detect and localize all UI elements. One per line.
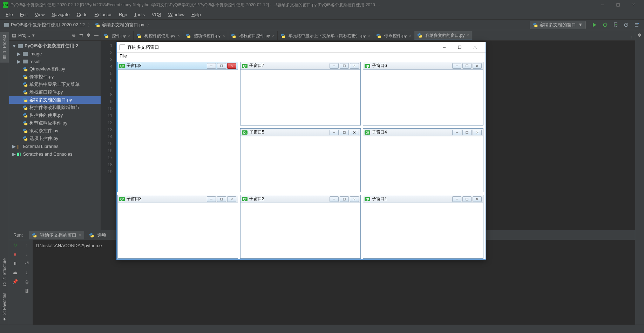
gear-icon[interactable]: ✻ [637, 32, 643, 38]
menu-view[interactable]: View [31, 11, 48, 18]
close-button[interactable] [473, 63, 482, 69]
maximize-button[interactable] [462, 130, 472, 135]
minimize-button[interactable] [207, 196, 216, 202]
close-button[interactable] [350, 130, 359, 135]
sub-window-titlebar[interactable]: Qt子窗口3 [118, 195, 238, 203]
sub-window-body[interactable] [240, 70, 360, 125]
tree-external-libraries[interactable]: ▶||| External Libraries [9, 142, 101, 150]
tree-file[interactable]: 树节点响应事件.py [9, 119, 101, 127]
sub-window-titlebar[interactable]: Qt子窗口8 [118, 62, 238, 70]
menu-refactor[interactable]: Refactor [91, 11, 115, 18]
favorites-tool-tab[interactable]: ★2: Favorites [0, 290, 9, 325]
maximize-button[interactable] [217, 63, 226, 69]
maximize-button[interactable] [340, 196, 349, 202]
down-icon[interactable]: ↓ [24, 251, 30, 257]
run-tab[interactable]: 容纳多文档的窗口 × [29, 231, 84, 239]
mdi-sub-window[interactable]: Qt子窗口3 [117, 195, 238, 259]
mdi-sub-window[interactable]: Qt子窗口4 [363, 128, 483, 192]
profile-button[interactable] [622, 21, 630, 29]
menu-help[interactable]: Help [188, 11, 204, 18]
close-button[interactable] [626, 0, 641, 10]
gear-icon[interactable]: ✻ [87, 33, 90, 38]
close-button[interactable] [467, 42, 483, 53]
tree-file[interactable]: 容纳多文档的窗口.py [9, 96, 101, 104]
close-icon[interactable]: × [467, 33, 469, 38]
sub-window-body[interactable] [240, 136, 360, 192]
mdi-sub-window[interactable]: Qt子窗口2 [240, 195, 361, 259]
scroll-end-icon[interactable]: ⤓ [24, 270, 30, 275]
minimize-button[interactable] [330, 130, 339, 135]
tabs-dropdown-icon[interactable]: ⁝ [627, 35, 635, 40]
run-tab[interactable]: 选项 [86, 231, 109, 239]
breadcrumb-file[interactable]: 容纳多文档的窗口.py [93, 22, 146, 28]
editor-tab[interactable]: 树控件的使用.py× [134, 31, 183, 40]
pause-icon[interactable]: ⏸ [12, 260, 18, 266]
rerun-icon[interactable]: ↻ [12, 242, 18, 248]
minimize-button[interactable] [330, 63, 339, 69]
debug-button[interactable] [601, 21, 609, 29]
menu-navigate[interactable]: Navigate [48, 11, 73, 18]
qt-menu-file[interactable]: File [120, 53, 127, 59]
editor-tab[interactable]: 单元格中显示上下文菜单（鼠标右击）.py× [278, 31, 373, 40]
hide-icon[interactable]: — [94, 33, 99, 38]
qt-mdi-window[interactable]: 容纳多文档窗口 File Qt子窗口8Qt子窗口7Qt子窗口6Qt子窗口5Qt子… [116, 42, 486, 260]
minimize-button[interactable] [436, 42, 452, 53]
menu-file[interactable]: File [2, 11, 16, 18]
minimize-button[interactable] [452, 130, 461, 135]
sub-window-body[interactable] [118, 70, 238, 192]
close-icon[interactable]: × [177, 33, 180, 38]
menu-code[interactable]: Code [73, 11, 91, 18]
mdi-sub-window[interactable]: Qt子窗口1 [363, 195, 483, 259]
maximize-button[interactable] [340, 130, 349, 135]
editor-tab[interactable]: 停靠控件.py× [373, 31, 414, 40]
minimize-button[interactable] [452, 196, 461, 202]
exit-icon[interactable]: ⏏ [12, 270, 18, 275]
maximize-button[interactable] [217, 196, 226, 202]
close-icon[interactable]: × [409, 33, 411, 38]
tree-file[interactable]: 滚动条控件.py [9, 127, 101, 135]
close-icon[interactable]: × [368, 33, 370, 38]
menu-vcs[interactable]: VCS [148, 11, 165, 18]
close-icon[interactable]: × [128, 33, 130, 38]
minimize-button[interactable] [330, 196, 339, 202]
run-configuration-dropdown[interactable]: 容纳多文档的窗口 ▼ [530, 21, 586, 29]
tree-folder[interactable]: ▶image [9, 50, 101, 57]
sub-window-titlebar[interactable]: Qt子窗口4 [363, 129, 483, 136]
close-icon[interactable]: × [272, 33, 274, 38]
minimize-button[interactable] [595, 0, 610, 10]
maximize-button[interactable] [610, 0, 626, 10]
expand-icon[interactable]: ⇆ [79, 33, 83, 38]
editor-tab[interactable]: 容纳多文档的窗口.py× [414, 31, 472, 40]
tree-file[interactable]: 树控件的使用.py [9, 111, 101, 119]
minimize-button[interactable] [207, 63, 216, 69]
up-icon[interactable]: ↑ [24, 242, 30, 248]
mdi-sub-window[interactable]: Qt子窗口8 [117, 62, 238, 192]
sub-window-body[interactable] [363, 203, 483, 258]
sub-window-body[interactable] [363, 70, 483, 125]
sub-window-titlebar[interactable]: Qt子窗口2 [240, 195, 360, 203]
editor-tab[interactable]: 选项卡控件.py× [183, 31, 228, 40]
close-button[interactable] [350, 196, 359, 202]
mdi-sub-window[interactable]: Qt子窗口6 [363, 62, 483, 125]
qt-window-titlebar[interactable]: 容纳多文档窗口 [117, 42, 486, 53]
run-button[interactable] [590, 21, 599, 29]
tree-file[interactable]: Qtreeview控件.py [9, 65, 101, 73]
chevron-down-icon[interactable]: ▾ [32, 33, 35, 38]
soft-wrap-icon[interactable]: ⏎ [24, 260, 30, 266]
tree-file[interactable]: 树控件修改和删除增加节 [9, 104, 101, 111]
qt-mdi-area[interactable]: Qt子窗口8Qt子窗口7Qt子窗口6Qt子窗口5Qt子窗口4Qt子窗口3Qt子窗… [117, 61, 486, 259]
sub-window-titlebar[interactable]: Qt子窗口1 [363, 195, 483, 203]
sub-window-body[interactable] [118, 203, 238, 258]
maximize-button[interactable] [452, 42, 467, 53]
run-coverage-button[interactable] [611, 21, 620, 29]
close-button[interactable] [227, 196, 236, 202]
tree-root[interactable]: ▼PyQt5各个复杂控件使用-2 [9, 42, 101, 50]
editor-tab[interactable]: 堆栈窗口控件.py× [228, 31, 278, 40]
tree-file[interactable]: 单元格中显示上下文菜单 [9, 81, 101, 88]
maximize-button[interactable] [462, 196, 472, 202]
close-icon[interactable]: × [79, 232, 81, 238]
close-button[interactable] [227, 63, 236, 69]
menu-window[interactable]: Window [165, 11, 188, 18]
close-icon[interactable]: × [223, 33, 225, 38]
project-tool-tab[interactable]: ▤1: Project [0, 32, 9, 63]
